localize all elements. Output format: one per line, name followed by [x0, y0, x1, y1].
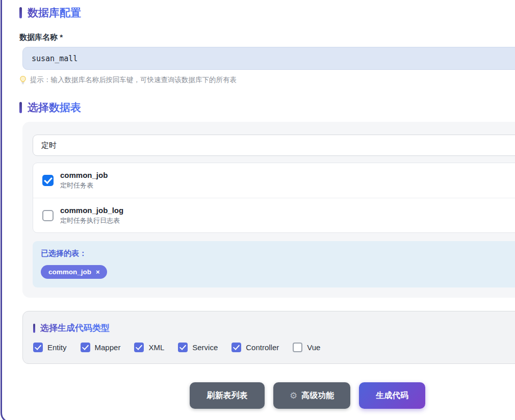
code-type-label: Service — [192, 343, 218, 352]
code-type-vue[interactable]: Vue — [293, 343, 320, 352]
table-name: common_job — [60, 171, 108, 179]
code-type-entity[interactable]: Entity — [33, 343, 67, 352]
code-type-label: Mapper — [95, 343, 121, 352]
section-title-tables: 选择数据表 — [28, 100, 81, 115]
selected-table-tag: common_job × — [41, 265, 107, 279]
db-name-input[interactable] — [22, 47, 515, 70]
db-name-tip-text: 提示：输入数据库名称后按回车键，可快速查询该数据库下的所有表 — [30, 75, 237, 85]
page-content: 数据库配置 数据库名称 * 提示：输入数据库名称后按回车键，可快速查询该数据库下… — [0, 0, 515, 409]
code-type-checkbox[interactable] — [178, 343, 188, 352]
generate-code-button[interactable]: 生成代码 — [359, 382, 425, 409]
section-title-database: 数据库配置 — [28, 6, 81, 20]
tag-remove-icon[interactable]: × — [96, 269, 100, 275]
code-type-label: Entity — [47, 343, 67, 352]
selected-tables-box: 已选择的表： common_job × — [33, 241, 515, 287]
advanced-features-button[interactable]: ⚙ 高级功能 — [273, 382, 350, 409]
code-type-xml[interactable]: XML — [134, 343, 164, 352]
section-title-code-types: 选择生成代码类型 — [40, 322, 110, 334]
table-checkbox[interactable] — [42, 210, 54, 221]
table-row-text: common_job 定时任务表 — [60, 171, 108, 190]
section-accent-bar — [19, 102, 22, 113]
table-desc: 定时任务表 — [60, 181, 108, 190]
section-code-types: 选择生成代码类型 — [33, 322, 515, 334]
selected-tables-label: 已选择的表： — [41, 249, 515, 258]
code-type-label: XML — [148, 343, 164, 352]
section-accent-bar — [19, 7, 22, 18]
gear-icon: ⚙ — [290, 390, 297, 401]
db-name-label: 数据库名称 * — [19, 33, 515, 42]
table-checkbox[interactable] — [42, 175, 54, 186]
refresh-tables-button[interactable]: 刷新表列表 — [190, 382, 265, 409]
code-type-checkbox[interactable] — [134, 343, 144, 352]
table-row-text: common_job_log 定时任务执行日志表 — [60, 206, 123, 225]
code-types-card: 选择生成代码类型 Entity Mapper XML Service Contr… — [22, 311, 515, 364]
advanced-features-label: 高级功能 — [301, 390, 334, 401]
section-database-config: 数据库配置 — [19, 6, 515, 20]
table-row-common-job-log[interactable]: common_job_log 定时任务执行日志表 — [33, 198, 515, 232]
db-name-tip: 提示：输入数据库名称后按回车键，可快速查询该数据库下的所有表 — [19, 75, 515, 85]
lightbulb-icon — [19, 76, 27, 85]
table-desc: 定时任务执行日志表 — [60, 216, 123, 225]
code-type-controller[interactable]: Controller — [231, 343, 279, 352]
code-type-options: Entity Mapper XML Service Controller Vue — [33, 343, 515, 352]
table-search-input[interactable] — [33, 135, 515, 156]
table-row-common-job[interactable]: common_job 定时任务表 — [33, 163, 515, 198]
section-select-tables: 选择数据表 — [19, 100, 515, 115]
code-type-checkbox[interactable] — [81, 343, 90, 352]
action-buttons: 刷新表列表 ⚙ 高级功能 生成代码 — [19, 382, 515, 409]
table-list: common_job 定时任务表 common_job_log 定时任务执行日志… — [33, 163, 515, 233]
code-type-checkbox[interactable] — [231, 343, 241, 352]
code-type-label: Vue — [307, 343, 320, 352]
table-picker-card: common_job 定时任务表 common_job_log 定时任务执行日志… — [22, 122, 515, 298]
table-name: common_job_log — [60, 206, 123, 215]
code-type-label: Controller — [246, 343, 279, 352]
code-type-mapper[interactable]: Mapper — [81, 343, 121, 352]
section-accent-bar — [33, 324, 35, 333]
selected-table-tag-name: common_job — [48, 268, 91, 276]
code-type-checkbox[interactable] — [293, 343, 302, 352]
code-type-service[interactable]: Service — [178, 343, 218, 352]
code-type-checkbox[interactable] — [33, 343, 43, 352]
